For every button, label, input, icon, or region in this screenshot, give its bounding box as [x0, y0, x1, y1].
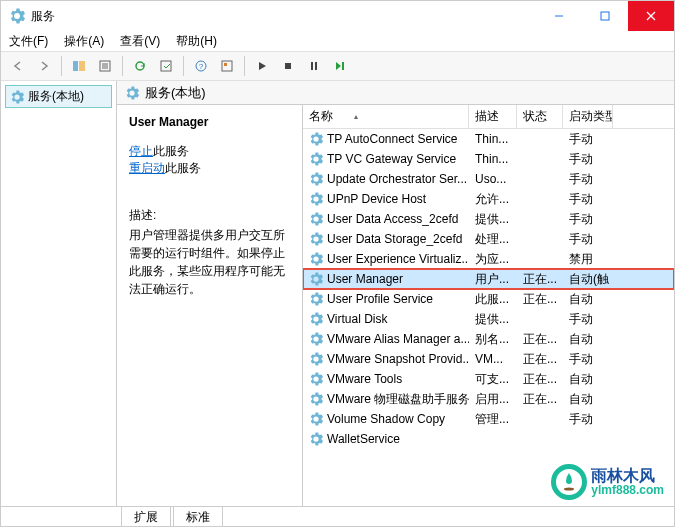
- service-name: UPnP Device Host: [327, 192, 426, 206]
- stop-suffix: 此服务: [153, 144, 189, 158]
- sort-arrow-icon: ▴: [354, 112, 358, 121]
- svg-rect-1: [601, 12, 609, 20]
- service-row[interactable]: User Experience Virtualiz...为应...禁用: [303, 249, 674, 269]
- service-start: 手动: [563, 229, 613, 250]
- export-button[interactable]: [155, 55, 177, 77]
- service-name: Update Orchestrator Ser...: [327, 172, 467, 186]
- close-button[interactable]: [628, 1, 674, 31]
- tree-label: 服务(本地): [28, 88, 84, 105]
- service-status: [517, 237, 563, 241]
- services-icon: [9, 8, 25, 24]
- service-name: Volume Shadow Copy: [327, 412, 445, 426]
- window-title: 服务: [31, 8, 536, 25]
- service-status: [517, 197, 563, 201]
- titlebar: 服务: [1, 1, 674, 31]
- service-row[interactable]: User Data Storage_2cefd处理...手动: [303, 229, 674, 249]
- service-desc: 此服...: [469, 289, 517, 310]
- col-name[interactable]: 名称 ▴: [303, 105, 469, 129]
- service-status: [517, 437, 563, 441]
- service-icon: [309, 372, 323, 386]
- service-row[interactable]: VMware Tools可支...正在...自动: [303, 369, 674, 389]
- service-start: [563, 437, 613, 441]
- service-row[interactable]: Virtual Disk提供...手动: [303, 309, 674, 329]
- service-desc: VM...: [469, 350, 517, 368]
- maximize-button[interactable]: [582, 1, 628, 31]
- service-row[interactable]: WalletService: [303, 429, 674, 449]
- menu-help[interactable]: 帮助(H): [176, 33, 217, 50]
- stop-service-button[interactable]: [277, 55, 299, 77]
- restart-link[interactable]: 重启动: [129, 161, 165, 175]
- stop-link[interactable]: 停止: [129, 144, 153, 158]
- back-button[interactable]: [7, 55, 29, 77]
- pause-service-button[interactable]: [303, 55, 325, 77]
- service-icon: [309, 392, 323, 406]
- service-name: User Manager: [327, 272, 403, 286]
- service-desc: Thin...: [469, 130, 517, 148]
- menu-action[interactable]: 操作(A): [64, 33, 104, 50]
- service-start: 自动(触: [563, 269, 613, 290]
- service-name: TP VC Gateway Service: [327, 152, 456, 166]
- service-desc: 为应...: [469, 249, 517, 270]
- service-start: 手动: [563, 409, 613, 430]
- service-row[interactable]: TP VC Gateway ServiceThin...手动: [303, 149, 674, 169]
- service-icon: [309, 312, 323, 326]
- properties-button[interactable]: [94, 55, 116, 77]
- minimize-button[interactable]: [536, 1, 582, 31]
- service-row[interactable]: TP AutoConnect ServiceThin...手动: [303, 129, 674, 149]
- right-header-label: 服务(本地): [145, 84, 206, 102]
- service-name: VMware 物理磁盘助手服务: [327, 391, 469, 408]
- service-status: 正在...: [517, 389, 563, 410]
- restart-suffix: 此服务: [165, 161, 201, 175]
- properties2-button[interactable]: [216, 55, 238, 77]
- tree-services-local[interactable]: 服务(本地): [5, 85, 112, 108]
- service-row[interactable]: Volume Shadow Copy管理...手动: [303, 409, 674, 429]
- toolbar: ?: [1, 51, 674, 81]
- service-status: [517, 217, 563, 221]
- service-name: TP AutoConnect Service: [327, 132, 458, 146]
- col-start[interactable]: 启动类型: [563, 105, 613, 129]
- list-pane: 名称 ▴ 描述 状态 启动类型 TP AutoConnect ServiceTh…: [303, 105, 674, 506]
- forward-button[interactable]: [33, 55, 55, 77]
- menu-view[interactable]: 查看(V): [120, 33, 160, 50]
- service-icon: [309, 332, 323, 346]
- service-desc: 别名...: [469, 329, 517, 350]
- watermark-url: ylmf888.com: [591, 484, 664, 497]
- watermark-text: 雨林木风: [591, 467, 664, 485]
- start-service-button[interactable]: [251, 55, 273, 77]
- tab-standard[interactable]: 标准: [173, 506, 223, 527]
- service-icon: [309, 212, 323, 226]
- svg-text:?: ?: [199, 62, 204, 71]
- col-status[interactable]: 状态: [517, 105, 563, 129]
- service-start: 手动: [563, 129, 613, 150]
- svg-rect-15: [285, 63, 291, 69]
- service-icon: [309, 192, 323, 206]
- refresh-button[interactable]: [129, 55, 151, 77]
- desc-label: 描述:: [129, 207, 294, 224]
- service-icon: [309, 432, 323, 446]
- service-row[interactable]: VMware Alias Manager a...别名...正在...自动: [303, 329, 674, 349]
- show-hide-tree-button[interactable]: [68, 55, 90, 77]
- help-button[interactable]: ?: [190, 55, 212, 77]
- service-row[interactable]: User Data Access_2cefd提供...手动: [303, 209, 674, 229]
- service-status: 正在...: [517, 289, 563, 310]
- service-row[interactable]: VMware Snapshot Provid...VM...正在...手动: [303, 349, 674, 369]
- col-desc[interactable]: 描述: [469, 105, 517, 129]
- desc-text: 用户管理器提供多用户交互所需要的运行时组件。如果停止此服务，某些应用程序可能无法…: [129, 226, 294, 298]
- list-body[interactable]: TP AutoConnect ServiceThin...手动TP VC Gat…: [303, 129, 674, 506]
- tab-extended[interactable]: 扩展: [121, 506, 171, 527]
- service-name: WalletService: [327, 432, 400, 446]
- service-start: 手动: [563, 349, 613, 370]
- service-icon: [309, 132, 323, 146]
- service-row[interactable]: UPnP Device Host允许...手动: [303, 189, 674, 209]
- service-status: [517, 317, 563, 321]
- service-status: 正在...: [517, 329, 563, 350]
- service-row[interactable]: VMware 物理磁盘助手服务启用...正在...自动: [303, 389, 674, 409]
- menu-file[interactable]: 文件(F): [9, 33, 48, 50]
- service-icon: [309, 352, 323, 366]
- detail-title: User Manager: [129, 115, 294, 129]
- restart-service-button[interactable]: [329, 55, 351, 77]
- service-row[interactable]: User Profile Service此服...正在...自动: [303, 289, 674, 309]
- service-desc: 用户...: [469, 269, 517, 290]
- service-row[interactable]: User Manager用户...正在...自动(触: [303, 269, 674, 289]
- service-row[interactable]: Update Orchestrator Ser...Uso...手动: [303, 169, 674, 189]
